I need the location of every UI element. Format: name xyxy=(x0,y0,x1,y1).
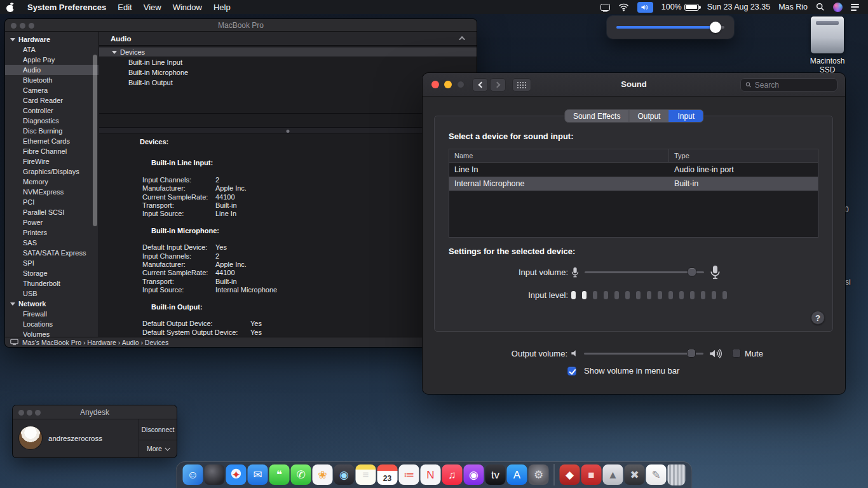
dock-app-finder[interactable]: ☺ xyxy=(183,464,203,485)
search-input[interactable] xyxy=(755,81,832,90)
dock-app-photo-booth[interactable]: ◉ xyxy=(334,464,355,485)
sysinfo-sidebar-item[interactable]: SPI xyxy=(5,258,98,268)
dock-app-textedit[interactable]: ✎ xyxy=(646,464,667,485)
dock-app-red-square[interactable]: ■ xyxy=(581,464,602,485)
sysinfo-sidebar-item[interactable]: ATA xyxy=(5,44,98,55)
input-volume-slider[interactable] xyxy=(585,267,704,277)
collapse-icon[interactable] xyxy=(459,36,465,43)
sysinfo-sidebar-item[interactable]: USB xyxy=(5,288,98,299)
dock-app-mail[interactable]: ✉ xyxy=(248,464,268,485)
dock-app-messages[interactable]: ❝ xyxy=(269,464,290,485)
column-header-name[interactable]: Name xyxy=(449,149,668,162)
sysinfo-sidebar-item[interactable]: Memory xyxy=(5,177,98,187)
dock-app-notes[interactable]: ≡ xyxy=(356,464,376,485)
dock-app-system-preferences[interactable]: ⚙ xyxy=(529,464,549,485)
sysinfo-sidebar-item[interactable]: Camera xyxy=(5,85,98,95)
slider-knob[interactable] xyxy=(688,268,696,276)
column-header-type[interactable]: Type xyxy=(668,149,818,162)
sysinfo-sidebar-item[interactable]: Power xyxy=(5,217,98,227)
tab-output[interactable]: Output xyxy=(628,110,668,122)
dock-app-tv[interactable]: tv xyxy=(485,464,506,485)
menu-window[interactable]: Window xyxy=(173,3,202,12)
dock-app-trash[interactable] xyxy=(668,464,686,485)
battery-status[interactable]: 100% xyxy=(661,3,699,11)
splitter-handle[interactable] xyxy=(99,127,477,133)
wifi-icon[interactable] xyxy=(618,3,629,11)
dock-app-dark-tool[interactable]: ✖ xyxy=(625,464,645,485)
dock-app-news[interactable]: N xyxy=(421,464,441,485)
tab-input[interactable]: Input xyxy=(668,110,703,122)
active-app-name[interactable]: System Preferences xyxy=(27,3,106,12)
sysinfo-sidebar-item[interactable]: Locations xyxy=(5,319,98,329)
dock-app-calendar[interactable]: 23 xyxy=(377,464,398,485)
dock-app-music[interactable]: ♫ xyxy=(442,464,463,485)
sysinfo-sidebar-item[interactable]: Card Reader xyxy=(5,95,98,105)
sysinfo-sidebar-item[interactable]: Thunderbolt xyxy=(5,278,98,288)
device-tree-row[interactable]: Devices xyxy=(99,47,477,57)
device-row[interactable]: Internal Microphone Built-in xyxy=(449,177,818,191)
sysinfo-sidebar-item[interactable]: Fibre Channel xyxy=(5,146,98,156)
volume-popover-slider[interactable] xyxy=(616,22,724,33)
sysinfo-sidebar-item[interactable]: Parallel SCSI xyxy=(5,207,98,217)
sysinfo-sidebar-item[interactable]: NVMExpress xyxy=(5,187,98,197)
sysinfo-sidebar-item[interactable]: Storage xyxy=(5,268,98,278)
sysinfo-sidebar-item[interactable]: FireWire xyxy=(5,156,98,166)
device-tree-row[interactable]: Built-in Output xyxy=(99,78,477,88)
dock-app-dark-sphere[interactable] xyxy=(205,464,225,485)
sysinfo-sidebar-item[interactable]: Bluetooth xyxy=(5,75,98,85)
device-tree-row[interactable]: Built-in Line Input xyxy=(99,57,477,67)
desktop-disk-macintosh-ssd[interactable]: Macintosh SSD xyxy=(802,17,853,74)
sound-titlebar[interactable]: Sound xyxy=(423,73,845,97)
disconnect-button[interactable]: Disconnect xyxy=(139,419,177,440)
tab-sound-effects[interactable]: Sound Effects xyxy=(565,110,629,122)
sysinfo-sidebar-item[interactable]: Ethernet Cards xyxy=(5,136,98,146)
sysinfo-sidebar-item[interactable]: Hardware xyxy=(5,34,98,44)
sysinfo-sidebar-item[interactable]: Apple Pay xyxy=(5,55,98,65)
sysinfo-sidebar-item[interactable]: PCI xyxy=(5,197,98,207)
sysinfo-sidebar-item[interactable]: Graphics/Displays xyxy=(5,166,98,177)
siri-icon[interactable] xyxy=(833,3,843,12)
slider-knob[interactable] xyxy=(687,349,696,358)
dock-app-photos[interactable]: ❀ xyxy=(313,464,333,485)
sysinfo-sidebar-item[interactable]: Diagnostics xyxy=(5,116,98,126)
dock-app-reminders[interactable]: ≔ xyxy=(399,464,419,485)
menu-help[interactable]: Help xyxy=(214,3,231,12)
dock-app-podcasts[interactable]: ◉ xyxy=(464,464,484,485)
breadcrumb[interactable]: Mas's MacBook Pro › Hardware › Audio › D… xyxy=(22,339,168,346)
dock-app-app-store[interactable]: A xyxy=(507,464,527,485)
dock-app-gray-pyramid[interactable]: ▲ xyxy=(603,464,623,485)
notification-center-icon[interactable] xyxy=(851,4,859,11)
sysinfo-sidebar-item[interactable]: Volumes xyxy=(5,329,98,337)
sysinfo-sidebar-item[interactable]: Printers xyxy=(5,227,98,238)
sysinfo-sidebar-item[interactable]: Network xyxy=(5,299,98,309)
menu-bar-user[interactable]: Mas Rio xyxy=(778,3,808,11)
show-volume-checkbox[interactable] xyxy=(567,367,576,376)
anydesk-titlebar[interactable]: Anydesk xyxy=(13,405,177,419)
help-button[interactable]: ? xyxy=(811,311,825,325)
sysinfo-sidebar-item[interactable]: SATA/SATA Express xyxy=(5,248,98,258)
sidebar-scrollbar[interactable] xyxy=(93,55,97,226)
dock-app-safari[interactable]: ✦ xyxy=(226,464,247,485)
dock-app-facetime[interactable]: ✆ xyxy=(291,464,311,485)
sysinfo-sidebar-item[interactable]: Audio xyxy=(5,65,98,75)
sysinfo-sidebar-item[interactable]: Disc Burning xyxy=(5,126,98,136)
mute-checkbox[interactable] xyxy=(732,349,741,358)
search-field[interactable] xyxy=(740,78,837,92)
window-controls[interactable] xyxy=(18,410,41,416)
apple-logo-icon[interactable] xyxy=(6,3,15,12)
output-volume-slider[interactable] xyxy=(584,348,703,358)
sysinfo-titlebar[interactable]: MacBook Pro xyxy=(5,19,477,32)
menu-bar-clock[interactable]: Sun 23 Aug 23.35 xyxy=(707,3,770,11)
sysinfo-sidebar-item[interactable]: SAS xyxy=(5,238,98,248)
more-button[interactable]: More xyxy=(139,440,177,457)
sysinfo-sidebar-item[interactable]: Controller xyxy=(5,105,98,116)
spotlight-icon[interactable] xyxy=(816,3,825,11)
dock-app-red-diamond[interactable]: ◆ xyxy=(560,464,580,485)
device-row[interactable]: Line In Audio line-in port xyxy=(449,163,818,177)
menu-edit[interactable]: Edit xyxy=(118,3,132,12)
device-tree-row[interactable]: Built-in Microphone xyxy=(99,67,477,78)
slider-knob[interactable] xyxy=(710,22,721,33)
menu-view[interactable]: View xyxy=(144,3,161,12)
sysinfo-sidebar-item[interactable]: Firewall xyxy=(5,309,98,319)
display-icon[interactable] xyxy=(600,4,610,11)
